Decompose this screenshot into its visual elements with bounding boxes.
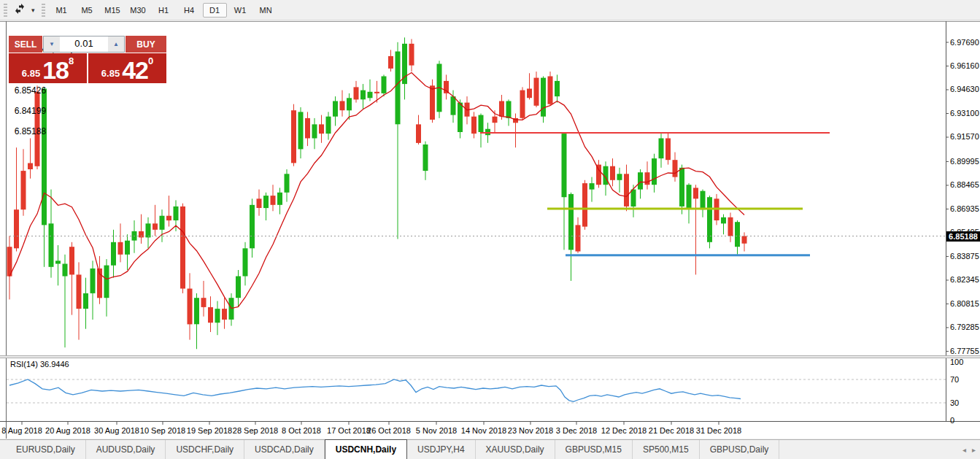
current-price-tag: 6.85188	[946, 231, 980, 242]
chart-tab-sp500[interactable]: SP500,M15	[633, 440, 700, 459]
tab-scroll-left-icon[interactable]: ◂	[962, 446, 966, 454]
timeframe-button-d1[interactable]: D1	[203, 3, 227, 18]
one-click-trade-panel: SELL ▼ 0.01 ▲ BUY 6.85 18 8 6.85 42 0	[9, 36, 166, 83]
chart-tab-usdchf[interactable]: USDCHF,Daily	[166, 440, 244, 459]
rsi-axis-label: 30	[950, 398, 959, 407]
timeframe-button-m30[interactable]: M30	[126, 3, 150, 18]
chart-tab-eurusd[interactable]: EURUSD,Daily	[6, 440, 86, 459]
chart-tab-xauusd[interactable]: XAUUSD,Daily	[476, 440, 555, 459]
rsi-indicator-label: RSI(14) 36.9446	[10, 360, 69, 369]
volume-decrease-icon[interactable]: ▼	[44, 36, 60, 52]
sell-price-big: 18	[42, 57, 69, 83]
tab-scroll-arrows: ◂ ▸	[962, 440, 976, 459]
chart-tab-gbpusd[interactable]: GBPUSD,Daily	[700, 440, 780, 459]
price-axis-label: 6.80815	[950, 299, 979, 308]
rsi-axis-label: 100	[950, 358, 963, 366]
volume-increase-icon[interactable]: ▲	[108, 36, 124, 52]
chart-tab-audusd[interactable]: AUDUSD,Daily	[86, 440, 166, 459]
rsi-axis-label: 0	[950, 416, 954, 425]
volume-stepper: ▼ 0.01 ▲	[43, 36, 125, 53]
price-axis-label: 6.97690	[950, 38, 979, 47]
rsi-bottom-border	[0, 421, 980, 422]
top-toolbar: ▾ M1M5M15M30H1H4D1W1MN	[0, 0, 980, 20]
buy-price-sup: 0	[148, 55, 153, 66]
cursor-tool-button[interactable]	[11, 2, 28, 18]
chart-tab-usdcnh[interactable]: USDCNH,Daily	[325, 439, 407, 459]
tabs-holder: EURUSD,DailyAUDUSD,DailyUSDCHF,DailyUSDC…	[6, 440, 779, 459]
toolbar-grip[interactable]	[42, 4, 45, 17]
chart-tab-usdjpy[interactable]: USDJPY,H4	[407, 440, 475, 459]
timeframe-group: M1M5M15M30H1H4D1W1MN	[49, 3, 279, 18]
buy-button[interactable]: BUY	[126, 36, 166, 53]
timeframe-button-m15[interactable]: M15	[101, 3, 125, 18]
buy-price-big: 42	[122, 57, 148, 83]
timeframe-button-h4[interactable]: H4	[177, 3, 201, 18]
ohlc-high: 6.85426	[15, 85, 46, 96]
sell-price-sup: 8	[69, 55, 74, 66]
timeframe-button-h1[interactable]: H1	[152, 3, 176, 18]
chart-tab-gbpusd[interactable]: GBPUSD,M15	[555, 440, 633, 459]
chart-tab-usdcad[interactable]: USDCAD,Daily	[244, 440, 325, 459]
sell-button[interactable]: SELL	[9, 36, 42, 53]
ohlc-close: 6.85188	[15, 126, 46, 136]
chart-tab-bar: EURUSD,DailyAUDUSD,DailyUSDCHF,DailyUSDC…	[0, 439, 980, 459]
price-axis-label: 6.94630	[950, 85, 979, 93]
rsi-axis-label: 70	[950, 375, 959, 384]
date-axis-label: 31 Dec 2018	[688, 426, 749, 435]
ohlc-low: 6.84199	[15, 106, 46, 116]
price-axis-label: 6.77755	[950, 347, 979, 355]
timeframe-button-mn[interactable]: MN	[254, 3, 278, 18]
price-axis-label: 6.79285	[950, 323, 979, 331]
toolbar-grip[interactable]	[4, 4, 7, 17]
price-axis-border	[946, 21, 946, 422]
price-axis-label: 6.93100	[950, 109, 979, 117]
buy-price-small: 6.85	[101, 68, 120, 79]
price-axis-label: 6.89995	[950, 157, 979, 166]
cursor-tool-dropdown-icon[interactable]: ▾	[28, 7, 38, 14]
price-axis-label: 6.82345	[950, 275, 979, 284]
timeframe-button-w1[interactable]: W1	[228, 3, 252, 18]
crosshair-arrows-icon	[14, 3, 26, 17]
chart-left-border	[6, 21, 7, 439]
indicator-splitter[interactable]	[0, 355, 980, 358]
sell-price-display[interactable]: 6.85 18 8	[9, 53, 87, 83]
price-axis-label: 6.96160	[950, 61, 979, 70]
tab-scroll-right-icon[interactable]: ▸	[972, 446, 976, 454]
price-axis-label: 6.83875	[950, 252, 979, 261]
price-axis-label: 6.88465	[950, 180, 979, 189]
price-axis-label: 6.86935	[950, 204, 979, 213]
price-axis-label: 6.91570	[950, 132, 979, 141]
buy-price-display[interactable]: 6.85 42 0	[88, 53, 166, 83]
timeframe-button-m5[interactable]: M5	[75, 3, 99, 18]
timeframe-button-m1[interactable]: M1	[50, 3, 74, 18]
sell-price-small: 6.85	[22, 68, 40, 79]
volume-input[interactable]: 0.01	[60, 36, 108, 52]
